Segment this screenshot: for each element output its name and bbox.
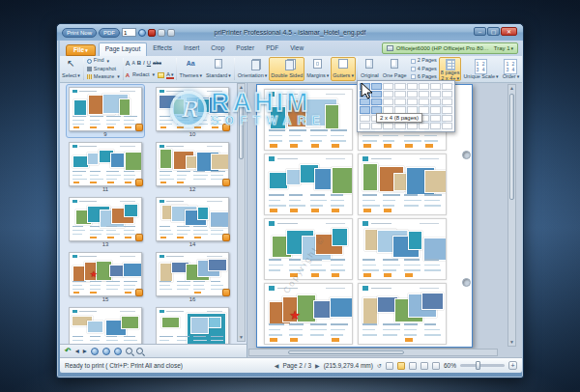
next-page-icon[interactable]: ▸ (83, 347, 87, 356)
underline-button[interactable]: U (147, 60, 151, 66)
measure-button[interactable]: Measure (86, 74, 121, 80)
grid-cell[interactable] (360, 98, 370, 105)
sheet-page-16[interactable] (358, 283, 447, 345)
tab-poster[interactable]: Poster (230, 42, 260, 56)
scrollbar-thumb[interactable] (509, 94, 514, 200)
view-facing-icon[interactable] (409, 362, 417, 370)
page-options-badge[interactable] (222, 234, 230, 241)
2-pages-button[interactable]: 2 Pages (410, 58, 438, 64)
one-page-button[interactable]: One Page (381, 57, 409, 81)
page-thumbnail-15[interactable]: ★15 (66, 249, 145, 303)
grid-cell[interactable] (442, 83, 452, 90)
tray-select[interactable]: Tray 1 (494, 45, 513, 51)
grid-cell[interactable] (442, 106, 452, 113)
4-pages-button[interactable]: 4 Pages (410, 67, 438, 72)
back-icon[interactable]: ↶ (65, 347, 72, 356)
page-thumbnail-12[interactable]: 12 (153, 139, 232, 193)
grid-cell[interactable] (383, 123, 393, 129)
grid-cell[interactable] (430, 83, 441, 90)
tab-crop[interactable]: Crop (205, 42, 230, 56)
scroll-down-icon[interactable]: ▼ (508, 339, 515, 346)
page-thumbnail-14[interactable]: 14 (153, 194, 232, 248)
grid-cell[interactable] (442, 98, 452, 105)
file-menu-button[interactable]: File (66, 44, 96, 57)
grid-cell[interactable] (430, 115, 441, 122)
sheet-page-11[interactable] (264, 154, 353, 215)
gutters-button[interactable]: Gutters (331, 57, 356, 81)
printer-select[interactable]: Officejet6000 (HP Officejet Pro 8000 A80… (396, 45, 491, 51)
view-mode-3-icon[interactable] (114, 348, 122, 355)
zoom-slider[interactable] (460, 364, 505, 367)
maximize-button[interactable]: ▢ (487, 27, 500, 36)
scrollbar-thumb[interactable] (239, 92, 244, 159)
zoom-in-button[interactable]: + (508, 361, 517, 370)
grid-cell[interactable] (394, 91, 405, 98)
grid-cell[interactable] (419, 123, 429, 129)
6-pages-button[interactable]: 6 Pages (410, 74, 438, 80)
grid-cell[interactable] (430, 123, 441, 129)
minimize-button[interactable]: – (474, 27, 486, 36)
grid-cell[interactable] (383, 98, 393, 105)
italic-button[interactable]: I (143, 60, 145, 66)
thumbnail-scrollbar[interactable]: ▲ ▼ (237, 83, 246, 342)
view-mode-2-icon[interactable] (102, 348, 110, 355)
grid-cell[interactable] (419, 91, 429, 98)
font-color-button[interactable]: A (166, 71, 174, 79)
scroll-up-icon[interactable]: ▲ (238, 84, 245, 91)
tab-effects[interactable]: Effects (147, 42, 178, 56)
redact-button[interactable]: Redact (131, 72, 156, 78)
sheet-page-13[interactable] (264, 218, 353, 280)
page-options-badge[interactable] (222, 179, 230, 186)
grid-cell[interactable] (430, 91, 441, 98)
preview-scrollbar[interactable]: ▲ ▼ (508, 84, 516, 347)
shrink-font-button[interactable]: A (131, 60, 134, 66)
grid-cell[interactable] (394, 98, 405, 105)
scrollbar-thumb[interactable] (288, 350, 404, 354)
eight-pages-button[interactable]: 8 pages2 x 4+ (439, 57, 462, 81)
tab-insert[interactable]: Insert (178, 42, 205, 56)
unique-scale-button[interactable]: 1 2 3 4 Unique Scale (461, 57, 500, 81)
sheet-page-15[interactable]: ★ (264, 283, 353, 345)
grid-cell[interactable] (419, 83, 429, 90)
page-thumbnail-9[interactable]: 9 (66, 84, 145, 138)
select-button[interactable]: ↖ Select (60, 57, 82, 81)
rotate-icon[interactable]: ↺ (377, 362, 382, 369)
grid-cell[interactable] (407, 123, 418, 129)
preview-hscrollbar[interactable] (248, 349, 498, 356)
grid-cell[interactable] (407, 98, 418, 105)
prev-page-icon[interactable]: ◂ (75, 347, 79, 356)
grid-cell[interactable] (383, 83, 393, 90)
grid-cell[interactable] (442, 91, 452, 98)
grid-cell[interactable] (360, 115, 370, 122)
double-sided-button[interactable]: Double Sided (269, 57, 304, 81)
grid-cell[interactable] (360, 106, 370, 113)
standard-button[interactable]: Standard (204, 57, 233, 81)
grid-cell[interactable] (407, 83, 418, 90)
tab-view[interactable]: View (284, 42, 309, 56)
page-options-badge[interactable] (135, 289, 143, 296)
close-button[interactable]: ✕ (501, 27, 517, 36)
strikethrough-button[interactable]: abc (153, 60, 161, 66)
prev-sheet-icon[interactable]: ◀ (275, 362, 279, 369)
grid-cell[interactable] (383, 91, 393, 98)
page-thumbnail-16[interactable]: 16 (153, 249, 232, 303)
grid-cell[interactable] (360, 123, 370, 129)
sheet-page-12[interactable] (358, 154, 447, 215)
orientation-button[interactable]: Orientation (236, 57, 269, 81)
sheet-page-14[interactable] (358, 218, 447, 280)
grid-cell[interactable] (442, 115, 452, 122)
grid-cell[interactable] (371, 98, 382, 105)
grid-cell[interactable] (407, 91, 418, 98)
page-options-badge[interactable] (222, 124, 230, 131)
tab-pdf[interactable]: PDF (260, 42, 284, 56)
page-options-badge[interactable] (135, 179, 143, 186)
margins-button[interactable]: Margins (304, 57, 331, 81)
page-options-badge[interactable] (222, 289, 230, 296)
sheet-page-9[interactable] (264, 89, 353, 151)
grid-cell[interactable] (394, 83, 405, 90)
page-options-badge[interactable] (135, 234, 143, 241)
next-sheet-icon[interactable]: ▶ (315, 362, 320, 369)
snapshot-button[interactable]: Snapshot (86, 67, 121, 72)
page-thumbnail-13[interactable]: 13 (66, 194, 145, 248)
grid-cell[interactable] (442, 123, 452, 129)
